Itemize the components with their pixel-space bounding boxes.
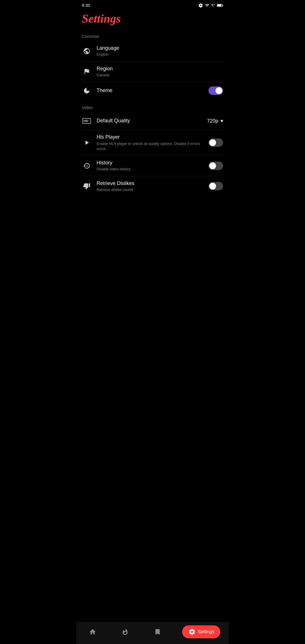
section-video: Video HD Default Quality 720p ▾ (76, 102, 229, 196)
history-toggle-knob (209, 162, 216, 169)
flag-svg (83, 68, 90, 75)
hls-player-toggle-knob (209, 139, 216, 146)
default-quality-title: Default Quality (97, 118, 202, 124)
history-svg (83, 162, 90, 169)
svg-rect-2 (217, 4, 221, 6)
moon-icon (82, 86, 91, 95)
default-quality-control[interactable]: 720p ▾ (207, 118, 223, 124)
home-icon (89, 628, 96, 636)
section-label-common: Common (76, 31, 229, 41)
section-label-video: Video (76, 102, 229, 112)
language-text: Language English (97, 45, 223, 57)
retrieve-dislikes-text: Retrieve Dislikes Retrieve dislike count… (97, 180, 203, 193)
language-title: Language (97, 45, 223, 51)
svg-text:HD: HD (84, 119, 88, 123)
play-svg (83, 139, 90, 146)
globe-icon (82, 46, 91, 56)
bookmark-icon (154, 628, 161, 636)
bottom-nav: Settings (76, 622, 229, 644)
region-title: Region (97, 66, 223, 72)
setting-row-language[interactable]: Language English (76, 41, 229, 61)
hls-player-title: Hls Player (97, 134, 203, 140)
page-title: Settings (82, 12, 223, 25)
chevron-down-icon: ▾ (221, 118, 223, 124)
setting-row-history[interactable]: History Disable video history (76, 156, 229, 176)
retrieve-dislikes-subtitle: Retrieve dislike counts (97, 187, 203, 192)
wifi-icon (204, 3, 210, 8)
theme-title: Theme (97, 87, 203, 94)
default-quality-text: Default Quality (97, 118, 202, 124)
theme-toggle-knob (215, 87, 222, 94)
battery-icon (217, 3, 223, 7)
setting-row-region[interactable]: Region Canada (76, 62, 229, 82)
hd-icon: HD (82, 116, 91, 126)
history-toggle[interactable] (208, 162, 223, 170)
fire-icon (121, 628, 129, 636)
globe-svg (83, 47, 90, 55)
page-header: Settings (76, 9, 229, 31)
retrieve-dislikes-toggle-knob (209, 183, 216, 190)
history-icon (82, 161, 91, 171)
status-icons (199, 3, 223, 8)
language-subtitle: English (97, 52, 223, 57)
theme-control[interactable] (208, 86, 223, 95)
theme-toggle[interactable] (208, 86, 223, 95)
svg-rect-1 (222, 5, 223, 6)
retrieve-dislikes-control[interactable] (208, 182, 223, 190)
play-icon (82, 138, 91, 147)
nav-item-trending[interactable] (117, 627, 133, 637)
android-settings-icon (199, 3, 203, 8)
gear-icon (188, 628, 196, 636)
status-bar: 8:30 (76, 0, 229, 9)
nav-item-home[interactable] (85, 627, 101, 637)
history-control[interactable] (208, 162, 223, 170)
retrieve-dislikes-title: Retrieve Dislikes (97, 180, 203, 187)
section-common: Common Language English Region (76, 31, 229, 99)
nav-item-settings[interactable]: Settings (182, 625, 221, 638)
signal-icon (211, 3, 215, 8)
quality-dropdown-value: 720p (207, 118, 218, 124)
history-subtitle: Disable video history (97, 167, 203, 172)
retrieve-dislikes-toggle[interactable] (208, 182, 223, 190)
hls-player-control[interactable] (208, 138, 223, 147)
hls-player-text: Hls Player Enable HLS player to unlock a… (97, 134, 203, 151)
region-subtitle: Canada (97, 73, 223, 78)
flag-icon (82, 67, 91, 76)
section-gap-1 (76, 99, 229, 102)
dislike-svg (83, 182, 90, 190)
region-text: Region Canada (97, 66, 223, 78)
setting-row-retrieve-dislikes[interactable]: Retrieve Dislikes Retrieve dislike count… (76, 176, 229, 197)
theme-text: Theme (97, 87, 203, 94)
moon-svg (83, 87, 90, 94)
setting-row-hls-player[interactable]: Hls Player Enable HLS player to unlock a… (76, 130, 229, 155)
settings-content: Common Language English Region (76, 31, 229, 225)
hd-svg: HD (82, 117, 91, 125)
status-time: 8:30 (82, 3, 90, 8)
hls-player-subtitle: Enable HLS player to unlock all quality … (97, 141, 203, 151)
setting-row-theme[interactable]: Theme (76, 82, 229, 99)
dislike-icon (82, 181, 91, 191)
nav-item-bookmarks[interactable] (150, 627, 165, 637)
setting-row-default-quality[interactable]: HD Default Quality 720p ▾ (76, 112, 229, 130)
settings-nav-label: Settings (198, 629, 214, 634)
history-text: History Disable video history (97, 160, 203, 172)
history-title: History (97, 160, 203, 166)
hls-player-toggle[interactable] (208, 138, 223, 147)
